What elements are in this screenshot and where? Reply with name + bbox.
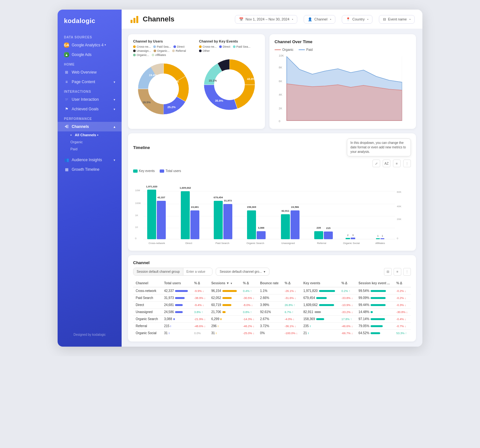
sidebar-sub-paid[interactable]: Paid: [58, 145, 122, 153]
table-row: Unassigned 24,586 3.8% ↑ 21,706 0.8% ↑ 9…: [133, 309, 411, 316]
cell-channel: Unassigned: [133, 309, 162, 316]
svg-point-3: [148, 74, 179, 104]
sidebar-item-growth-timeline[interactable]: ▦ Growth Timeline: [58, 165, 122, 174]
cell-sessions: 31: [209, 330, 240, 337]
cell-bounce: 1.1%: [258, 287, 282, 295]
channel-filter[interactable]: 👤 Channel •: [304, 15, 335, 24]
cell-ske: 99.09%: [356, 295, 394, 302]
more-icon[interactable]: ⋮: [403, 160, 411, 167]
cell-sessions: 21,706: [209, 309, 240, 316]
table-row: Direct 24,681 -9.4% ↓ 60,719 -8.0% ↓ 3.9…: [133, 302, 411, 309]
date-filter[interactable]: 📅 Nov 1, 2024 – Nov 30, 2024 •: [235, 15, 297, 24]
filter-input-group[interactable]: Session default channel group: [133, 268, 212, 276]
donut-events-chart: 43.8% 35.8% 15.1%: [199, 54, 260, 115]
svg-text:3: 3: [352, 234, 354, 236]
svg-text:2K: 2K: [279, 107, 282, 110]
filter-label: Session default channel group: [133, 268, 183, 275]
channel-data-table: Channel Total users % Δ Sessions ▼ % Δ B…: [133, 279, 411, 336]
svg-text:Direct: Direct: [186, 242, 193, 245]
sidebar-sub-all-channels[interactable]: All Channels •: [58, 131, 122, 138]
cell-sessions: 296: [209, 323, 240, 330]
cot-legend: Organic Paid: [275, 48, 411, 51]
country-dot: •: [367, 17, 369, 21]
cell-bounce: 3.99%: [258, 302, 282, 309]
th-channel[interactable]: Channel: [133, 279, 162, 287]
th-sessions[interactable]: Sessions ▼: [209, 279, 240, 287]
filter-value-input[interactable]: [183, 268, 212, 275]
cell-ske: 99.44%: [356, 302, 394, 309]
th-pct-sessions[interactable]: % Δ: [240, 279, 257, 287]
event-dot: •: [409, 17, 411, 21]
cell-sessions: 62,052: [209, 295, 240, 302]
timeline-header: Timeline In this dropdown, you can chang…: [133, 138, 411, 156]
svg-text:6K: 6K: [279, 80, 282, 83]
sidebar-sub-organic[interactable]: Organic: [58, 138, 122, 145]
sidebar-item-ga-label: Google Analytics 4 •: [72, 43, 106, 47]
sidebar-item-user-interaction[interactable]: ☞ User Interaction ▾: [58, 95, 122, 104]
svg-text:10K: 10K: [279, 54, 284, 57]
legend-crossnetwork: Cross-ne...: [133, 45, 151, 48]
channel-by-events-section: Channel by Key Events Cross-ne... Direct…: [199, 39, 260, 119]
legend-referral: Referral: [172, 49, 186, 52]
country-filter[interactable]: 📍 Country •: [342, 15, 372, 24]
svg-rect-2: [136, 16, 138, 23]
th-ske[interactable]: Session key event ...: [356, 279, 394, 287]
filter-dropdown[interactable]: Session default channel gro... ▾: [216, 268, 270, 276]
cell-pct-sessions: -8.0% ↓: [240, 302, 257, 309]
filter-icon[interactable]: ≡: [393, 160, 401, 167]
total-users-legend: Total users: [160, 169, 181, 173]
sidebar-item-web-overview[interactable]: ⊞ Web Overview: [58, 67, 122, 77]
dropdown-label: Session default channel gro...: [220, 270, 262, 273]
th-pct-ske[interactable]: % Δ: [394, 279, 411, 287]
th-pct-bounce[interactable]: % Δ: [282, 279, 301, 287]
cell-pct-bounce: 6.7% ↑: [282, 309, 301, 316]
sidebar-item-google-analytics[interactable]: GA Google Analytics 4 •: [58, 40, 122, 50]
cell-pct-key: -33.8% ↓: [339, 295, 356, 302]
cell-users: 31: [162, 330, 192, 337]
table-sort-icon[interactable]: ≡: [394, 268, 401, 276]
key-events-legend: Key events: [133, 169, 155, 173]
sidebar-ag-label: Achieved Goals: [72, 107, 99, 111]
cell-key-events: 21: [301, 330, 339, 337]
page-body: Channel by Users Cross-ne... Paid Sea...…: [122, 29, 422, 347]
sidebar-item-channels[interactable]: ⋲ Channels ▴: [58, 122, 122, 131]
timeline-section: Timeline In this dropdown, you can chang…: [128, 133, 416, 251]
expand-icon[interactable]: ⤢: [372, 160, 380, 167]
cell-users: 24,681: [162, 302, 192, 309]
table-body: Cross-network 42,337 -9.9% ↓ 96,154 0.4%…: [133, 287, 411, 336]
svg-rect-74: [346, 238, 350, 239]
cell-pct-users: -9.4% ↓: [192, 302, 209, 309]
svg-text:31,973: 31,973: [224, 199, 232, 202]
pie-events-legend: Cross-ne... Direct Paid Sea... Other: [199, 45, 260, 52]
cell-channel: Organic Search: [133, 316, 162, 323]
svg-text:679,454: 679,454: [214, 196, 223, 199]
cell-pct-ske: -0.7% ↓: [394, 323, 411, 330]
people-filter-icon: 👤: [308, 17, 312, 21]
svg-text:100K: 100K: [135, 202, 141, 205]
donut-users-chart: 33.4% 25.2% 19.5% 19.4%: [133, 59, 194, 119]
header-title-area: Channels: [129, 14, 228, 24]
th-key-events[interactable]: Key events: [301, 279, 339, 287]
th-pct-users[interactable]: % Δ: [192, 279, 209, 287]
svg-rect-54: [214, 201, 223, 239]
sidebar-item-page-content[interactable]: ≡ Page Content ▾: [58, 77, 122, 87]
table-filter-icon[interactable]: ⊟: [384, 268, 392, 276]
th-total-users[interactable]: Total users: [162, 279, 192, 287]
svg-text:0: 0: [397, 237, 398, 240]
donut-events-wrap: 43.8% 35.8% 15.1%: [199, 54, 260, 115]
pie-charts-card: Channel by Users Cross-ne... Paid Sea...…: [128, 34, 265, 129]
sidebar-item-achieved-goals[interactable]: ⚑ Achieved Goals ▾: [58, 104, 122, 114]
cell-pct-sessions: -25.0% ↓: [240, 330, 257, 337]
pie-events-title: Channel by Key Events: [199, 39, 260, 43]
cell-pct-bounce: -4.0% ↓: [282, 316, 301, 323]
table-toolbar: ⊟ ≡ ⋮: [384, 268, 411, 276]
cell-bounce: 2.67%: [258, 316, 282, 323]
th-bounce-rate[interactable]: Bounce rate: [258, 279, 282, 287]
event-filter[interactable]: ⊟ Event name •: [379, 15, 415, 24]
sidebar-item-google-ads[interactable]: ▲ Google Ads: [58, 50, 122, 59]
th-pct-key[interactable]: % Δ: [339, 279, 356, 287]
svg-rect-64: [281, 214, 290, 239]
sidebar-item-audience-insights[interactable]: 👥 Audience Insights ▾: [58, 155, 122, 165]
az-icon[interactable]: AZ: [383, 160, 390, 167]
table-more-icon[interactable]: ⋮: [403, 268, 411, 276]
